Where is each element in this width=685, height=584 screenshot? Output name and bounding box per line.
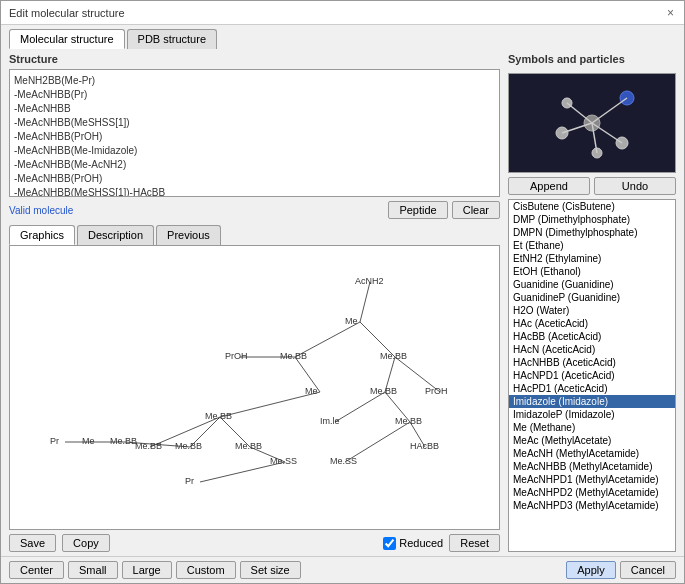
symbol-item[interactable]: MeAcNH (MethylAcetamide) — [509, 447, 675, 460]
graph-node: Me.BB — [110, 436, 137, 446]
molecule-preview — [508, 73, 676, 173]
copy-button[interactable]: Copy — [62, 534, 110, 552]
append-button[interactable]: Append — [508, 177, 590, 195]
undo-button[interactable]: Undo — [594, 177, 676, 195]
structure-line-2: -MeAcNHBB(Pr) — [14, 88, 495, 102]
symbol-item[interactable]: Imidazole (Imidazole) — [509, 395, 675, 408]
symbol-item[interactable]: EtNH2 (Ethylamine) — [509, 252, 675, 265]
molecule-svg — [522, 78, 662, 168]
symbol-item[interactable]: H2O (Water) — [509, 304, 675, 317]
left-panel: Structure MeNH2BB(Me-Pr) -MeAcNHBB(Pr) -… — [9, 53, 500, 552]
inner-tabs: Graphics Description Previous — [9, 225, 500, 245]
graph-node: Me — [82, 436, 95, 446]
symbol-item[interactable]: MeAc (MethylAcetate) — [509, 434, 675, 447]
tab-pdb-structure[interactable]: PDB structure — [127, 29, 217, 49]
symbol-item[interactable]: GuanidineP (Guanidine) — [509, 291, 675, 304]
peptide-button[interactable]: Peptide — [388, 201, 447, 219]
save-button[interactable]: Save — [9, 534, 56, 552]
close-button[interactable]: × — [665, 6, 676, 20]
graph-node: HAcBB — [410, 441, 439, 451]
graph-node: Me.BB — [175, 441, 202, 451]
tab-graphics[interactable]: Graphics — [9, 225, 75, 245]
append-undo-row: Append Undo — [508, 177, 676, 195]
symbol-item[interactable]: MeAcNHPD3 (MethylAcetamide) — [509, 499, 675, 512]
structure-line-3: -MeAcNHBB — [14, 102, 495, 116]
graph-node: Me — [345, 316, 358, 326]
symbol-item[interactable]: MeAcNHPD1 (MethylAcetamide) — [509, 473, 675, 486]
symbol-item[interactable]: DMP (Dimethylphosphate) — [509, 213, 675, 226]
graph-node: Me.SS — [330, 456, 357, 466]
reduced-checkbox[interactable] — [383, 537, 396, 550]
structure-line-9: -MeAcNHBB(MeSHSS[1])-HAcBB — [14, 186, 495, 197]
graph-node: Pr — [50, 436, 59, 446]
graph-node: Me.BB — [370, 386, 397, 396]
graph-node: Me — [305, 386, 318, 396]
graph-node: Me.BB — [235, 441, 262, 451]
graph-node: Me.BB — [135, 441, 162, 451]
tab-molecular-structure[interactable]: Molecular structure — [9, 29, 125, 49]
graph-node: PrOH — [225, 351, 248, 361]
graph-node: AcNH2 — [355, 276, 384, 286]
structure-line-5: -MeAcNHBB(PrOH) — [14, 130, 495, 144]
structure-actions: Valid molecule Peptide Clear — [9, 201, 500, 219]
symbols-list[interactable]: CisButene (CisButene)DMP (Dimethylphosph… — [508, 199, 676, 552]
svg-line-30 — [567, 103, 592, 123]
symbols-section-label: Symbols and particles — [508, 53, 676, 65]
cancel-button[interactable]: Cancel — [620, 561, 676, 579]
symbol-item[interactable]: ImidazoleP (Imidazole) — [509, 408, 675, 421]
graph-node: Me.SS — [270, 456, 297, 466]
symbol-item[interactable]: CisButene (CisButene) — [509, 200, 675, 213]
main-window: Edit molecular structure × Molecular str… — [0, 0, 685, 584]
structure-text-box: MeNH2BB(Me-Pr) -MeAcNHBB(Pr) -MeAcNHBB -… — [9, 69, 500, 197]
svg-line-27 — [592, 123, 622, 143]
structure-line-6: -MeAcNHBB(Me-Imidazole) — [14, 144, 495, 158]
graph-node: Me.BB — [280, 351, 307, 361]
symbol-item[interactable]: HAc (AceticAcid) — [509, 317, 675, 330]
graph-node: Me.BB — [395, 416, 422, 426]
graph-node: Pr — [185, 476, 194, 486]
graph-node: PrOH — [425, 386, 448, 396]
graph-canvas: AcNH2MeMe.BBMe.BBPrOHMeMe.BBPrOHMe.BBIm.… — [10, 246, 499, 529]
bottom-left-buttons: Center Small Large Custom Set size — [9, 561, 301, 579]
structure-section-label: Structure — [9, 53, 500, 65]
symbol-item[interactable]: MeAcNHBB (MethylAcetamide) — [509, 460, 675, 473]
symbol-item[interactable]: MeAcNHPD2 (MethylAcetamide) — [509, 486, 675, 499]
right-panel: Symbols and particles — [508, 53, 676, 552]
symbol-item[interactable]: EtOH (Ethanol) — [509, 265, 675, 278]
top-tabs: Molecular structure PDB structure — [1, 25, 684, 49]
symbol-item[interactable]: HAcN (AceticAcid) — [509, 343, 675, 356]
symbol-item[interactable]: HAcNHBB (AceticAcid) — [509, 356, 675, 369]
structure-line-1: MeNH2BB(Me-Pr) — [14, 74, 495, 88]
symbol-item[interactable]: Guanidine (Guanidine) — [509, 278, 675, 291]
reset-button[interactable]: Reset — [449, 534, 500, 552]
large-button[interactable]: Large — [122, 561, 172, 579]
symbol-item[interactable]: Me (Methane) — [509, 421, 675, 434]
graph-node: Me.BB — [205, 411, 232, 421]
graph-actions: Save Copy Reduced Reset — [9, 534, 500, 552]
graph-node: Im.le — [320, 416, 340, 426]
svg-line-26 — [592, 98, 627, 123]
titlebar: Edit molecular structure × — [1, 1, 684, 25]
apply-button[interactable]: Apply — [566, 561, 616, 579]
symbol-item[interactable]: HAcNPD1 (AceticAcid) — [509, 369, 675, 382]
structure-buttons: Peptide Clear — [388, 201, 500, 219]
graph-node: Me.BB — [380, 351, 407, 361]
structure-line-7: -MeAcNHBB(Me-AcNH2) — [14, 158, 495, 172]
structure-line-4: -MeAcNHBB(MeSHSS[1]) — [14, 116, 495, 130]
tab-description[interactable]: Description — [77, 225, 154, 245]
window-title: Edit molecular structure — [9, 7, 125, 19]
symbol-item[interactable]: Et (Ethane) — [509, 239, 675, 252]
valid-molecule-label: Valid molecule — [9, 205, 73, 216]
center-button[interactable]: Center — [9, 561, 64, 579]
custom-button[interactable]: Custom — [176, 561, 236, 579]
symbol-item[interactable]: DMPN (Dimethylphosphate) — [509, 226, 675, 239]
setsize-button[interactable]: Set size — [240, 561, 301, 579]
tab-previous[interactable]: Previous — [156, 225, 221, 245]
bottom-bar: Center Small Large Custom Set size Apply… — [1, 556, 684, 583]
small-button[interactable]: Small — [68, 561, 118, 579]
symbol-item[interactable]: HAcPD1 (AceticAcid) — [509, 382, 675, 395]
clear-button[interactable]: Clear — [452, 201, 500, 219]
bottom-right-buttons: Apply Cancel — [566, 561, 676, 579]
structure-line-8: -MeAcNHBB(PrOH) — [14, 172, 495, 186]
symbol-item[interactable]: HAcBB (AceticAcid) — [509, 330, 675, 343]
